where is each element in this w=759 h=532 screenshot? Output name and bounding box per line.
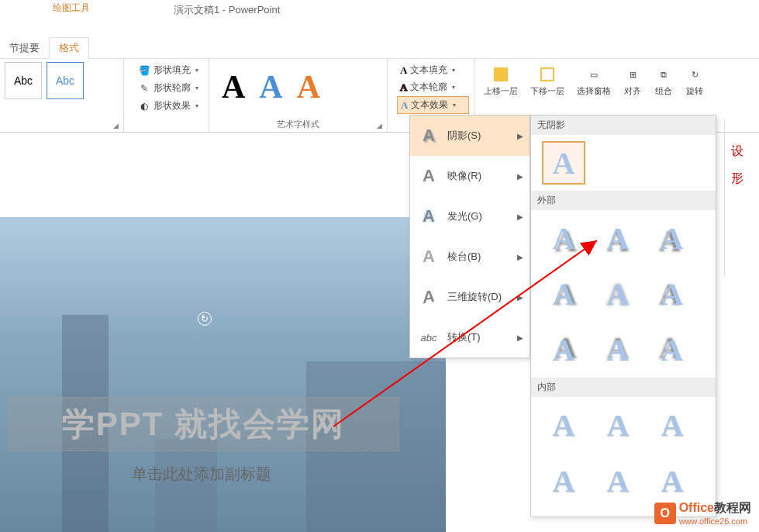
wordart-style-3[interactable]: A xyxy=(297,68,320,105)
shadow-outer-4[interactable]: A xyxy=(542,272,585,316)
title-textbox[interactable]: 学PPT 就找会学网 xyxy=(8,397,399,451)
format-pane[interactable]: 设 形 xyxy=(724,120,759,275)
shadow-inner-5[interactable]: A xyxy=(596,459,640,503)
group-icon: ⧉ xyxy=(654,65,673,84)
slide-canvas[interactable]: ↻ 学PPT 就找会学网 单击此处添加副标题 xyxy=(0,217,446,532)
text-outline-label: 文本轮廓 xyxy=(410,81,447,94)
shadow-inner-3[interactable]: A xyxy=(650,403,694,447)
fx-reflection-item[interactable]: A 映像(R) ▶ xyxy=(410,156,530,196)
shadow-outer-5[interactable]: A xyxy=(596,272,640,316)
outer-shadow-header: 外部 xyxy=(531,191,716,210)
pen-icon: ✎ xyxy=(138,82,150,95)
shadow-outer-2[interactable]: A xyxy=(596,216,640,260)
dropdown-arrow-icon: ▾ xyxy=(452,84,455,91)
transform-abc-icon: abc xyxy=(418,326,440,348)
text-effects-menu: A 阴影(S) ▶ A 映像(R) ▶ A 发光(G) ▶ A 棱台(B) ▶ … xyxy=(409,115,530,358)
shape-effects-button[interactable]: ◐ 形状效果 ▾ xyxy=(135,98,204,114)
paint-bucket-icon: 🪣 xyxy=(138,64,150,77)
watermark-icon: O xyxy=(654,503,676,524)
shape-style-2[interactable]: Abc xyxy=(47,62,84,99)
text-outline-icon: A xyxy=(400,81,407,94)
fx-transform-label: 转换(T) xyxy=(447,330,481,344)
shadow-outer-9[interactable]: A xyxy=(650,328,694,371)
submenu-arrow-icon: ▶ xyxy=(517,293,523,302)
shape-label: 形 xyxy=(731,171,753,187)
submenu-arrow-icon: ▶ xyxy=(517,132,523,140)
rotation-a-icon: A xyxy=(418,286,440,308)
shadow-a-icon: A xyxy=(418,125,440,147)
document-title: 演示文稿1 - PowerPoint xyxy=(174,3,280,17)
dropdown-arrow-icon: ▾ xyxy=(452,67,455,74)
shape-outline-button[interactable]: ✎ 形状轮廓 ▾ xyxy=(135,80,204,96)
shadow-outer-8[interactable]: A xyxy=(596,328,640,371)
shape-fill-button[interactable]: 🪣 形状填充 ▾ xyxy=(135,62,204,78)
fx-reflection-label: 映像(R) xyxy=(447,169,481,183)
shadow-inner-1[interactable]: A xyxy=(542,403,585,447)
text-effects-icon: A xyxy=(401,99,408,112)
bring-forward-label: 上移一层 xyxy=(484,85,518,97)
dropdown-arrow-icon: ▾ xyxy=(195,67,198,74)
fx-shadow-label: 阴影(S) xyxy=(447,129,481,143)
drawing-tools-tab[interactable]: 绘图工具 xyxy=(47,0,96,16)
rotate-icon: ↻ xyxy=(685,65,704,84)
rotate-label: 旋转 xyxy=(686,85,703,97)
shadow-gallery: 无阴影 A 外部 A A A A A A A A A 内部 A A A A A … xyxy=(530,115,716,517)
no-shadow-header: 无阴影 xyxy=(531,116,716,135)
bring-forward-icon xyxy=(492,65,510,84)
submenu-arrow-icon: ▶ xyxy=(517,253,523,261)
text-effects-button[interactable]: A 文本效果 ▾ xyxy=(397,96,469,114)
fx-3drotation-item[interactable]: A 三维旋转(D) ▶ xyxy=(410,277,530,317)
text-fill-label: 文本填充 xyxy=(410,64,447,77)
fx-bevel-label: 棱台(B) xyxy=(447,250,481,264)
wordart-expand-icon[interactable]: ◢ xyxy=(377,122,385,130)
bevel-a-icon: A xyxy=(418,246,440,268)
shape-style-1[interactable]: Abc xyxy=(5,62,42,99)
shadow-inner-4[interactable]: A xyxy=(542,459,585,503)
send-backward-icon xyxy=(538,65,557,84)
group-label: 组合 xyxy=(655,85,672,97)
shadow-outer-6[interactable]: A xyxy=(650,272,694,316)
submenu-arrow-icon: ▶ xyxy=(517,172,523,181)
wordart-style-1[interactable]: A xyxy=(222,68,245,105)
dropdown-arrow-icon: ▾ xyxy=(453,102,456,109)
title-text: 学PPT 就找会学网 xyxy=(62,402,345,446)
shape-fill-label: 形状填充 xyxy=(154,64,191,77)
shape-styles-expand-icon[interactable]: ◢ xyxy=(113,122,121,130)
text-fill-button[interactable]: A 文本填充 ▾ xyxy=(397,62,469,78)
shadow-outer-3[interactable]: A xyxy=(650,216,694,260)
inner-shadow-header: 内部 xyxy=(531,378,716,397)
tab-outline[interactable]: 节提要 xyxy=(0,38,49,58)
text-effects-label: 文本效果 xyxy=(411,98,448,112)
submenu-arrow-icon: ▶ xyxy=(517,333,523,342)
effects-icon: ◐ xyxy=(138,100,150,112)
fx-bevel-item[interactable]: A 棱台(B) ▶ xyxy=(410,237,530,277)
design-label: 设 xyxy=(731,143,753,160)
watermark-url: www.office26.com xyxy=(679,516,751,526)
submenu-arrow-icon: ▶ xyxy=(517,212,523,221)
glow-a-icon: A xyxy=(418,206,440,227)
shadow-inner-2[interactable]: A xyxy=(596,403,640,447)
shadow-outer-1[interactable]: A xyxy=(542,216,585,260)
wordart-style-2[interactable]: A xyxy=(259,68,282,105)
fx-transform-item[interactable]: abc 转换(T) ▶ xyxy=(410,317,530,358)
bg-building xyxy=(155,439,217,532)
shadow-outer-7[interactable]: A xyxy=(542,328,585,371)
fx-3drotation-label: 三维旋转(D) xyxy=(447,290,502,304)
tab-format[interactable]: 格式 xyxy=(49,37,89,59)
selection-pane-icon: ▭ xyxy=(585,65,603,84)
shadow-inner-6[interactable]: A xyxy=(650,459,694,503)
watermark-name: Office教程网 xyxy=(679,500,751,516)
selection-pane-label: 选择窗格 xyxy=(577,85,611,97)
fx-shadow-item[interactable]: A 阴影(S) ▶ xyxy=(410,116,530,156)
shadow-none[interactable]: A xyxy=(542,141,585,185)
fx-glow-item[interactable]: A 发光(G) ▶ xyxy=(410,196,530,237)
rotate-handle[interactable]: ↻ xyxy=(198,312,212,326)
reflection-a-icon: A xyxy=(418,165,440,187)
shape-outline-label: 形状轮廓 xyxy=(154,81,191,95)
dropdown-arrow-icon: ▾ xyxy=(195,102,198,109)
text-fill-icon: A xyxy=(400,64,407,77)
watermark: O Office教程网 www.office26.com xyxy=(654,500,751,526)
subtitle-placeholder[interactable]: 单击此处添加副标题 xyxy=(132,464,271,485)
text-outline-button[interactable]: A 文本轮廓 ▾ xyxy=(397,79,469,95)
shape-effects-label: 形状效果 xyxy=(154,99,191,112)
